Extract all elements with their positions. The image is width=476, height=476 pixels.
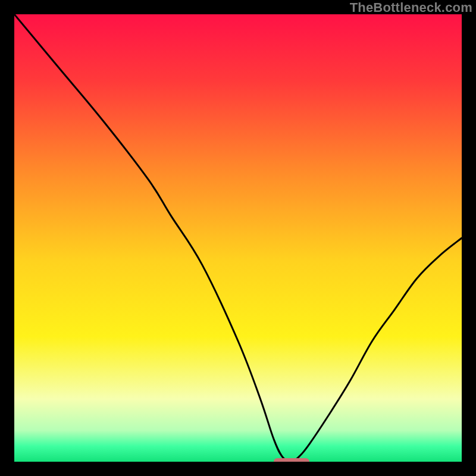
watermark-text: TheBottleneck.com — [350, 0, 472, 15]
chart-frame: TheBottleneck.com — [0, 0, 476, 476]
bottleneck-curve — [14, 14, 462, 462]
optimum-marker — [274, 458, 309, 462]
plot-area — [14, 14, 462, 462]
